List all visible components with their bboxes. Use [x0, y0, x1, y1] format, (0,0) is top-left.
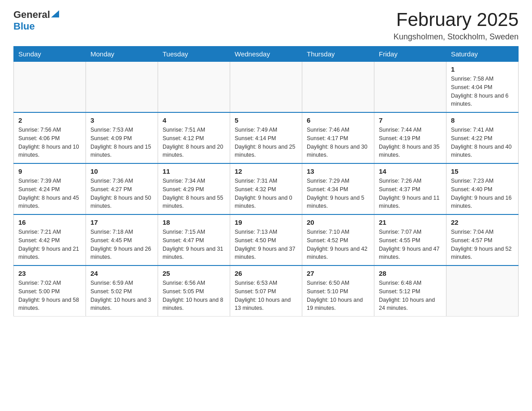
day-number: 12 [235, 167, 297, 175]
calendar-table: SundayMondayTuesdayWednesdayThursdayFrid… [13, 46, 519, 317]
day-info: Sunrise: 7:46 AM Sunset: 4:17 PM Dayligh… [307, 126, 369, 159]
day-info: Sunrise: 7:41 AM Sunset: 4:22 PM Dayligh… [451, 126, 514, 159]
calendar-week-row: 23Sunrise: 7:02 AM Sunset: 5:00 PM Dayli… [14, 265, 519, 317]
day-info: Sunrise: 7:07 AM Sunset: 4:55 PM Dayligh… [379, 228, 442, 261]
calendar-week-row: 1Sunrise: 7:58 AM Sunset: 4:04 PM Daylig… [14, 62, 519, 113]
calendar-day-cell [14, 62, 86, 113]
calendar-day-cell: 11Sunrise: 7:34 AM Sunset: 4:29 PM Dayli… [158, 163, 230, 214]
calendar-day-cell: 21Sunrise: 7:07 AM Sunset: 4:55 PM Dayli… [374, 214, 446, 265]
day-number: 9 [18, 167, 81, 175]
day-info: Sunrise: 7:31 AM Sunset: 4:32 PM Dayligh… [235, 177, 297, 210]
day-info: Sunrise: 7:51 AM Sunset: 4:12 PM Dayligh… [163, 126, 225, 159]
weekday-header-thursday: Thursday [302, 47, 374, 62]
day-number: 28 [379, 270, 442, 277]
calendar-day-cell [374, 62, 446, 113]
day-number: 16 [18, 218, 81, 226]
day-info: Sunrise: 7:58 AM Sunset: 4:04 PM Dayligh… [451, 75, 514, 108]
day-number: 4 [163, 116, 225, 124]
calendar-day-cell: 25Sunrise: 6:56 AM Sunset: 5:05 PM Dayli… [158, 265, 230, 317]
calendar-day-cell: 5Sunrise: 7:49 AM Sunset: 4:14 PM Daylig… [230, 112, 302, 163]
day-info: Sunrise: 7:36 AM Sunset: 4:27 PM Dayligh… [90, 177, 153, 210]
calendar-day-cell [302, 62, 374, 113]
day-number: 7 [379, 116, 442, 124]
calendar-day-cell: 3Sunrise: 7:53 AM Sunset: 4:09 PM Daylig… [86, 112, 158, 163]
calendar-day-cell: 1Sunrise: 7:58 AM Sunset: 4:04 PM Daylig… [446, 62, 519, 113]
weekday-header-friday: Friday [374, 47, 446, 62]
day-number: 22 [451, 218, 514, 226]
day-number: 18 [163, 218, 225, 226]
weekday-header-tuesday: Tuesday [158, 47, 230, 62]
day-number: 20 [307, 218, 369, 226]
day-info: Sunrise: 7:21 AM Sunset: 4:42 PM Dayligh… [18, 228, 81, 261]
calendar-day-cell: 7Sunrise: 7:44 AM Sunset: 4:19 PM Daylig… [374, 112, 446, 163]
day-info: Sunrise: 6:48 AM Sunset: 5:12 PM Dayligh… [379, 279, 442, 313]
day-number: 23 [18, 270, 81, 277]
location-title: Kungsholmen, Stockholm, Sweden [394, 32, 519, 42]
day-info: Sunrise: 7:44 AM Sunset: 4:19 PM Dayligh… [379, 126, 442, 159]
calendar-day-cell: 20Sunrise: 7:10 AM Sunset: 4:52 PM Dayli… [302, 214, 374, 265]
weekday-header-sunday: Sunday [14, 47, 86, 62]
month-title: February 2025 [394, 9, 519, 30]
calendar-day-cell: 10Sunrise: 7:36 AM Sunset: 4:27 PM Dayli… [86, 163, 158, 214]
page-header: General Blue February 2025 Kungsholmen, … [13, 9, 519, 42]
calendar-day-cell: 26Sunrise: 6:53 AM Sunset: 5:07 PM Dayli… [230, 265, 302, 317]
day-number: 21 [379, 218, 442, 226]
day-info: Sunrise: 7:34 AM Sunset: 4:29 PM Dayligh… [163, 177, 225, 210]
day-info: Sunrise: 6:56 AM Sunset: 5:05 PM Dayligh… [163, 279, 225, 313]
day-info: Sunrise: 6:59 AM Sunset: 5:02 PM Dayligh… [90, 279, 153, 313]
day-info: Sunrise: 7:53 AM Sunset: 4:09 PM Dayligh… [90, 126, 153, 159]
weekday-header-saturday: Saturday [446, 47, 519, 62]
calendar-day-cell: 17Sunrise: 7:18 AM Sunset: 4:45 PM Dayli… [86, 214, 158, 265]
calendar-day-cell: 15Sunrise: 7:23 AM Sunset: 4:40 PM Dayli… [446, 163, 519, 214]
calendar-week-row: 16Sunrise: 7:21 AM Sunset: 4:42 PM Dayli… [14, 214, 519, 265]
day-number: 26 [235, 270, 297, 277]
logo-triangle-icon [51, 10, 59, 17]
day-number: 14 [379, 167, 442, 175]
logo: General Blue [13, 9, 59, 32]
day-number: 24 [90, 270, 153, 277]
weekday-header-monday: Monday [86, 47, 158, 62]
calendar-day-cell: 8Sunrise: 7:41 AM Sunset: 4:22 PM Daylig… [446, 112, 519, 163]
calendar-day-cell [230, 62, 302, 113]
calendar-day-cell: 28Sunrise: 6:48 AM Sunset: 5:12 PM Dayli… [374, 265, 446, 317]
day-info: Sunrise: 7:15 AM Sunset: 4:47 PM Dayligh… [163, 228, 225, 261]
day-number: 8 [451, 116, 514, 124]
day-info: Sunrise: 6:53 AM Sunset: 5:07 PM Dayligh… [235, 279, 297, 313]
day-number: 3 [90, 116, 153, 124]
day-number: 10 [90, 167, 153, 175]
day-info: Sunrise: 7:26 AM Sunset: 4:37 PM Dayligh… [379, 177, 442, 210]
calendar-day-cell: 24Sunrise: 6:59 AM Sunset: 5:02 PM Dayli… [86, 265, 158, 317]
day-info: Sunrise: 7:56 AM Sunset: 4:06 PM Dayligh… [18, 126, 81, 159]
day-number: 19 [235, 218, 297, 226]
weekday-header-wednesday: Wednesday [230, 47, 302, 62]
calendar-day-cell: 4Sunrise: 7:51 AM Sunset: 4:12 PM Daylig… [158, 112, 230, 163]
day-number: 11 [163, 167, 225, 175]
svg-marker-0 [51, 10, 59, 17]
day-info: Sunrise: 7:04 AM Sunset: 4:57 PM Dayligh… [451, 228, 514, 261]
calendar-day-cell: 6Sunrise: 7:46 AM Sunset: 4:17 PM Daylig… [302, 112, 374, 163]
calendar-day-cell: 12Sunrise: 7:31 AM Sunset: 4:32 PM Dayli… [230, 163, 302, 214]
day-info: Sunrise: 7:02 AM Sunset: 5:00 PM Dayligh… [18, 279, 81, 313]
calendar-day-cell: 27Sunrise: 6:50 AM Sunset: 5:10 PM Dayli… [302, 265, 374, 317]
logo-general-text: General [13, 9, 50, 21]
day-number: 27 [307, 270, 369, 277]
day-number: 6 [307, 116, 369, 124]
calendar-day-cell [86, 62, 158, 113]
logo-blue-text: Blue [13, 21, 35, 32]
weekday-header-row: SundayMondayTuesdayWednesdayThursdayFrid… [14, 47, 519, 62]
day-info: Sunrise: 6:50 AM Sunset: 5:10 PM Dayligh… [307, 279, 369, 313]
day-info: Sunrise: 7:13 AM Sunset: 4:50 PM Dayligh… [235, 228, 297, 261]
day-number: 17 [90, 218, 153, 226]
calendar-day-cell: 2Sunrise: 7:56 AM Sunset: 4:06 PM Daylig… [14, 112, 86, 163]
calendar-day-cell: 22Sunrise: 7:04 AM Sunset: 4:57 PM Dayli… [446, 214, 519, 265]
day-info: Sunrise: 7:18 AM Sunset: 4:45 PM Dayligh… [90, 228, 153, 261]
day-number: 1 [451, 65, 514, 73]
day-number: 15 [451, 167, 514, 175]
calendar-day-cell: 16Sunrise: 7:21 AM Sunset: 4:42 PM Dayli… [14, 214, 86, 265]
day-info: Sunrise: 7:23 AM Sunset: 4:40 PM Dayligh… [451, 177, 514, 210]
calendar-day-cell: 9Sunrise: 7:39 AM Sunset: 4:24 PM Daylig… [14, 163, 86, 214]
calendar-day-cell: 14Sunrise: 7:26 AM Sunset: 4:37 PM Dayli… [374, 163, 446, 214]
calendar-day-cell: 19Sunrise: 7:13 AM Sunset: 4:50 PM Dayli… [230, 214, 302, 265]
calendar-day-cell: 23Sunrise: 7:02 AM Sunset: 5:00 PM Dayli… [14, 265, 86, 317]
calendar-day-cell [158, 62, 230, 113]
